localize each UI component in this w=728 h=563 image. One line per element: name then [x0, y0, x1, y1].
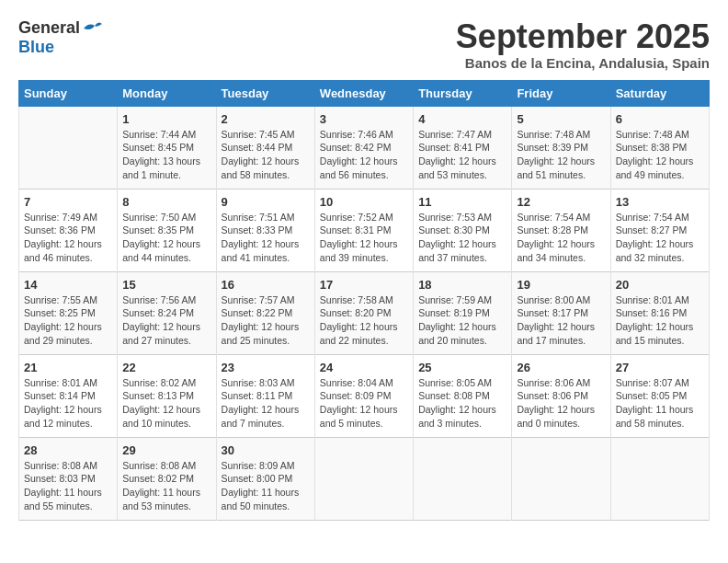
- header-thursday: Thursday: [414, 80, 512, 106]
- header-monday: Monday: [118, 80, 216, 106]
- cell-week4-day5: [512, 437, 610, 520]
- day-info: Sunrise: 8:05 AMSunset: 8:08 PMDaylight:…: [418, 376, 506, 431]
- day-number: 6: [616, 112, 704, 126]
- day-info: Sunrise: 7:46 AMSunset: 8:42 PMDaylight:…: [320, 128, 408, 182]
- location-text: Banos de la Encina, Andalusia, Spain: [456, 55, 710, 71]
- day-number: 15: [122, 278, 210, 292]
- cell-week3-day5: 26Sunrise: 8:06 AMSunset: 8:06 PMDayligh…: [512, 354, 610, 437]
- logo-bird-icon: [82, 20, 102, 37]
- day-number: 4: [418, 112, 506, 126]
- cell-week4-day2: 30Sunrise: 8:09 AMSunset: 8:00 PMDayligh…: [216, 437, 314, 520]
- day-info: Sunrise: 7:48 AMSunset: 8:38 PMDaylight:…: [616, 128, 704, 182]
- day-info: Sunrise: 8:02 AMSunset: 8:13 PMDaylight:…: [122, 376, 210, 431]
- cell-week4-day3: [314, 437, 413, 520]
- day-number: 3: [320, 112, 408, 126]
- day-info: Sunrise: 8:00 AMSunset: 8:17 PMDaylight:…: [517, 293, 605, 348]
- day-number: 27: [616, 361, 704, 374]
- day-info: Sunrise: 7:56 AMSunset: 8:24 PMDaylight:…: [122, 293, 210, 348]
- day-info: Sunrise: 7:55 AMSunset: 8:25 PMDaylight:…: [24, 293, 112, 348]
- day-number: 1: [122, 112, 210, 126]
- cell-week0-day1: 1Sunrise: 7:44 AMSunset: 8:45 PMDaylight…: [118, 106, 216, 189]
- day-number: 26: [517, 361, 605, 374]
- cell-week3-day1: 22Sunrise: 8:02 AMSunset: 8:13 PMDayligh…: [118, 354, 216, 437]
- logo: General Blue: [18, 18, 102, 57]
- day-number: 20: [616, 278, 704, 292]
- day-number: 2: [222, 112, 310, 126]
- day-number: 17: [320, 278, 408, 292]
- day-number: 14: [24, 278, 112, 292]
- day-info: Sunrise: 7:50 AMSunset: 8:35 PMDaylight:…: [122, 211, 210, 265]
- cell-week3-day0: 21Sunrise: 8:01 AMSunset: 8:14 PMDayligh…: [19, 354, 118, 437]
- day-info: Sunrise: 8:03 AMSunset: 8:11 PMDaylight:…: [222, 376, 310, 431]
- cell-week2-day2: 16Sunrise: 7:57 AMSunset: 8:22 PMDayligh…: [216, 271, 314, 354]
- cell-week0-day5: 5Sunrise: 7:48 AMSunset: 8:39 PMDaylight…: [512, 106, 610, 189]
- cell-week1-day1: 8Sunrise: 7:50 AMSunset: 8:35 PMDaylight…: [118, 189, 216, 271]
- week-row-2: 14Sunrise: 7:55 AMSunset: 8:25 PMDayligh…: [19, 271, 710, 354]
- day-info: Sunrise: 7:54 AMSunset: 8:27 PMDaylight:…: [616, 211, 704, 265]
- cell-week0-day4: 4Sunrise: 7:47 AMSunset: 8:41 PMDaylight…: [414, 106, 512, 189]
- day-info: Sunrise: 8:09 AMSunset: 8:00 PMDaylight:…: [222, 459, 310, 513]
- week-row-4: 28Sunrise: 8:08 AMSunset: 8:03 PMDayligh…: [19, 437, 710, 520]
- day-info: Sunrise: 8:08 AMSunset: 8:02 PMDaylight:…: [122, 459, 210, 513]
- day-info: Sunrise: 7:54 AMSunset: 8:28 PMDaylight:…: [517, 211, 605, 265]
- cell-week3-day6: 27Sunrise: 8:07 AMSunset: 8:05 PMDayligh…: [610, 354, 709, 437]
- cell-week1-day6: 13Sunrise: 7:54 AMSunset: 8:27 PMDayligh…: [610, 189, 709, 271]
- day-info: Sunrise: 8:01 AMSunset: 8:14 PMDaylight:…: [24, 376, 112, 431]
- day-info: Sunrise: 8:04 AMSunset: 8:09 PMDaylight:…: [320, 376, 408, 431]
- day-info: Sunrise: 8:08 AMSunset: 8:03 PMDaylight:…: [24, 459, 112, 513]
- cell-week3-day3: 24Sunrise: 8:04 AMSunset: 8:09 PMDayligh…: [314, 354, 413, 437]
- cell-week3-day4: 25Sunrise: 8:05 AMSunset: 8:08 PMDayligh…: [414, 354, 512, 437]
- cell-week1-day4: 11Sunrise: 7:53 AMSunset: 8:30 PMDayligh…: [414, 189, 512, 271]
- cell-week1-day5: 12Sunrise: 7:54 AMSunset: 8:28 PMDayligh…: [512, 189, 610, 271]
- page-header: General Blue September 2025 Banos de la …: [18, 18, 710, 71]
- month-title: September 2025: [456, 18, 710, 55]
- cell-week1-day3: 10Sunrise: 7:52 AMSunset: 8:31 PMDayligh…: [314, 189, 413, 271]
- cell-week0-day6: 6Sunrise: 7:48 AMSunset: 8:38 PMDaylight…: [610, 106, 709, 189]
- cell-week1-day2: 9Sunrise: 7:51 AMSunset: 8:33 PMDaylight…: [216, 189, 314, 271]
- day-number: 10: [320, 195, 408, 209]
- day-info: Sunrise: 7:44 AMSunset: 8:45 PMDaylight:…: [122, 128, 210, 182]
- day-info: Sunrise: 7:59 AMSunset: 8:19 PMDaylight:…: [418, 293, 506, 348]
- week-row-1: 7Sunrise: 7:49 AMSunset: 8:36 PMDaylight…: [19, 189, 710, 271]
- day-number: 7: [24, 195, 112, 209]
- day-info: Sunrise: 7:57 AMSunset: 8:22 PMDaylight:…: [222, 293, 310, 348]
- calendar-header-row: Sunday Monday Tuesday Wednesday Thursday…: [19, 80, 710, 106]
- day-info: Sunrise: 7:49 AMSunset: 8:36 PMDaylight:…: [24, 211, 112, 265]
- day-number: 9: [222, 195, 310, 209]
- week-row-0: 1Sunrise: 7:44 AMSunset: 8:45 PMDaylight…: [19, 106, 710, 189]
- logo-blue-text: Blue: [18, 38, 54, 57]
- day-number: 18: [418, 278, 506, 292]
- header-sunday: Sunday: [19, 80, 118, 106]
- day-number: 23: [222, 361, 310, 374]
- day-number: 11: [418, 195, 506, 209]
- cell-week2-day6: 20Sunrise: 8:01 AMSunset: 8:16 PMDayligh…: [610, 271, 709, 354]
- day-info: Sunrise: 7:58 AMSunset: 8:20 PMDaylight:…: [320, 293, 408, 348]
- week-row-3: 21Sunrise: 8:01 AMSunset: 8:14 PMDayligh…: [19, 354, 710, 437]
- day-number: 21: [24, 361, 112, 374]
- day-info: Sunrise: 8:06 AMSunset: 8:06 PMDaylight:…: [517, 376, 605, 431]
- day-number: 29: [122, 443, 210, 457]
- day-info: Sunrise: 7:45 AMSunset: 8:44 PMDaylight:…: [222, 128, 310, 182]
- day-number: 19: [517, 278, 605, 292]
- cell-week2-day3: 17Sunrise: 7:58 AMSunset: 8:20 PMDayligh…: [314, 271, 413, 354]
- cell-week0-day3: 3Sunrise: 7:46 AMSunset: 8:42 PMDaylight…: [314, 106, 413, 189]
- day-info: Sunrise: 7:53 AMSunset: 8:30 PMDaylight:…: [418, 211, 506, 265]
- header-wednesday: Wednesday: [314, 80, 413, 106]
- cell-week4-day0: 28Sunrise: 8:08 AMSunset: 8:03 PMDayligh…: [19, 437, 118, 520]
- day-number: 25: [418, 361, 506, 374]
- day-number: 5: [517, 112, 605, 126]
- day-info: Sunrise: 7:47 AMSunset: 8:41 PMDaylight:…: [418, 128, 506, 182]
- day-number: 28: [24, 443, 112, 457]
- day-number: 30: [222, 443, 310, 457]
- day-info: Sunrise: 7:48 AMSunset: 8:39 PMDaylight:…: [517, 128, 605, 182]
- day-info: Sunrise: 7:52 AMSunset: 8:31 PMDaylight:…: [320, 211, 408, 265]
- cell-week4-day4: [414, 437, 512, 520]
- cell-week2-day4: 18Sunrise: 7:59 AMSunset: 8:19 PMDayligh…: [414, 271, 512, 354]
- header-friday: Friday: [512, 80, 610, 106]
- cell-week0-day2: 2Sunrise: 7:45 AMSunset: 8:44 PMDaylight…: [216, 106, 314, 189]
- cell-week0-day0: [19, 106, 118, 189]
- logo-general-text: General: [18, 18, 80, 38]
- cell-week1-day0: 7Sunrise: 7:49 AMSunset: 8:36 PMDaylight…: [19, 189, 118, 271]
- cell-week2-day0: 14Sunrise: 7:55 AMSunset: 8:25 PMDayligh…: [19, 271, 118, 354]
- day-number: 8: [122, 195, 210, 209]
